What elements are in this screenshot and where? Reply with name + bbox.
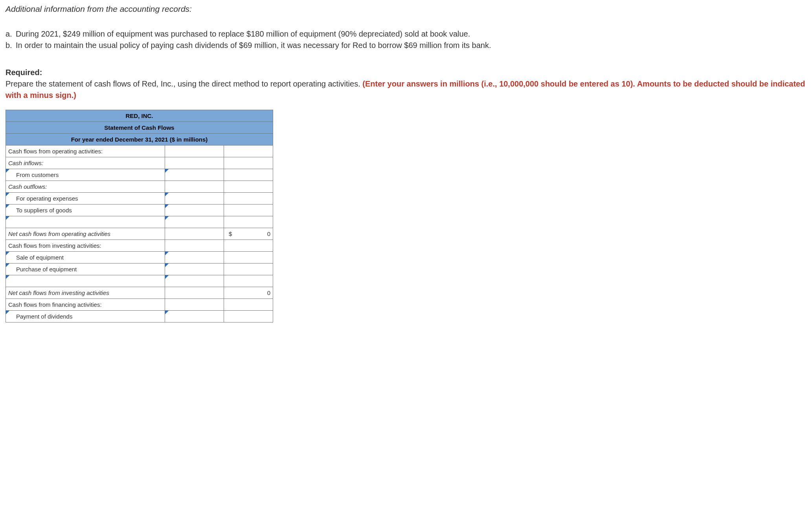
table-company: RED, INC.	[6, 110, 273, 122]
row-blank-dropdown-1[interactable]	[6, 216, 165, 228]
row-blank-dropdown-2[interactable]	[6, 275, 165, 287]
cell-blank	[224, 205, 273, 216]
cell-blank	[224, 193, 273, 205]
cell-blank	[165, 287, 224, 299]
cell-blank	[165, 240, 224, 252]
row-suppliers[interactable]: To suppliers of goods	[6, 205, 165, 216]
cell-blank	[224, 240, 273, 252]
cell-blank	[165, 299, 224, 311]
input-suppliers[interactable]	[165, 205, 224, 216]
table-title: Statement of Cash Flows	[6, 122, 273, 134]
row-cash-outflows: Cash outflows:	[6, 181, 165, 193]
row-purchase-equipment[interactable]: Purchase of equipment	[6, 264, 165, 275]
cell-net-op-total: $0	[224, 228, 273, 240]
input-purchase-equipment[interactable]	[165, 264, 224, 275]
cell-blank	[224, 157, 273, 169]
input-blank-1[interactable]	[165, 216, 224, 228]
row-fin-header: Cash flows from financing activities:	[6, 299, 165, 311]
row-sale-equipment[interactable]: Sale of equipment	[6, 252, 165, 264]
info-b-marker: b.	[6, 40, 16, 51]
required-block: Required: Prepare the statement of cash …	[6, 67, 806, 101]
cell-blank	[165, 228, 224, 240]
input-blank-2[interactable]	[165, 275, 224, 287]
cell-blank	[224, 169, 273, 181]
value-zero: 0	[267, 289, 270, 296]
cell-blank	[224, 252, 273, 264]
cell-blank	[224, 264, 273, 275]
cell-blank	[224, 299, 273, 311]
cell-blank	[224, 181, 273, 193]
row-payment-dividends[interactable]: Payment of dividends	[6, 311, 165, 322]
info-a-marker: a.	[6, 28, 16, 40]
row-from-customers[interactable]: From customers	[6, 169, 165, 181]
row-cash-inflows: Cash inflows:	[6, 157, 165, 169]
table-period: For year ended December 31, 2021 ($ in m…	[6, 134, 273, 146]
row-inv-header: Cash flows from investing activities:	[6, 240, 165, 252]
cell-blank	[224, 311, 273, 322]
input-payment-dividends[interactable]	[165, 311, 224, 322]
required-label: Required:	[6, 67, 806, 78]
info-b-text: In order to maintain the usual policy of…	[16, 40, 806, 51]
cell-blank	[224, 275, 273, 287]
row-op-header: Cash flows from operating activities:	[6, 146, 165, 157]
row-net-op: Net cash flows from operating activities	[6, 228, 165, 240]
info-list: a. During 2021, $249 million of equipmen…	[6, 28, 806, 51]
dollar-sign: $	[226, 230, 232, 238]
row-net-inv: Net cash flows from investing activities	[6, 287, 165, 299]
input-from-customers[interactable]	[165, 169, 224, 181]
info-a-text: During 2021, $249 million of equipment w…	[16, 28, 806, 40]
input-sale-equipment[interactable]	[165, 252, 224, 264]
cell-blank	[165, 181, 224, 193]
row-op-expenses[interactable]: For operating expenses	[6, 193, 165, 205]
value-zero: 0	[267, 230, 270, 237]
input-op-expenses[interactable]	[165, 193, 224, 205]
cell-blank	[224, 216, 273, 228]
cell-blank	[165, 157, 224, 169]
cell-blank	[224, 146, 273, 157]
required-text: Prepare the statement of cash flows of R…	[6, 79, 362, 88]
cell-blank	[165, 146, 224, 157]
cash-flows-table: RED, INC. Statement of Cash Flows For ye…	[6, 110, 273, 322]
intro-text: Additional information from the accounti…	[6, 3, 806, 15]
cell-net-inv-total: 0	[224, 287, 273, 299]
